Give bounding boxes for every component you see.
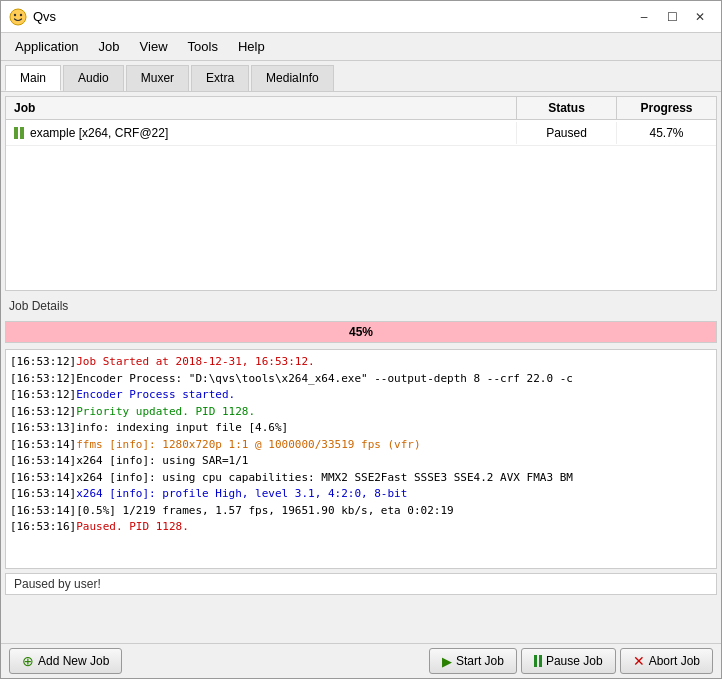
pause-icon [534,655,542,667]
tab-mediainfo[interactable]: MediaInfo [251,65,334,91]
svg-point-1 [14,13,16,15]
job-name: example [x264, CRF@22] [30,126,168,140]
close-button[interactable]: ✕ [687,7,713,27]
titlebar: Qvs – ☐ ✕ [1,1,721,33]
log-line: [16:53:12]Job Started at 2018-12-31, 16:… [10,354,712,371]
job-list-area: example [x264, CRF@22] Paused 45.7% [6,120,716,290]
abort-job-button[interactable]: ✕ Abort Job [620,648,713,674]
tab-bar: Main Audio Muxer Extra MediaInfo [1,61,721,92]
bottom-bar: ⊕ Add New Job ▶ Start Job Pause Job ✕ [1,643,721,678]
menu-item-application[interactable]: Application [5,35,89,58]
maximize-button[interactable]: ☐ [659,7,685,27]
menu-item-help[interactable]: Help [228,35,275,58]
progress-bar-container: 45% [5,321,717,343]
svg-point-0 [10,9,26,25]
pause-status-icon [14,127,24,139]
job-table-section: Job Status Progress example [x264, CRF@2… [1,92,721,295]
abort-job-label: Abort Job [649,654,700,668]
add-icon: ⊕ [22,653,34,669]
status-text: Paused by user! [14,577,101,591]
pause-job-button[interactable]: Pause Job [521,648,616,674]
right-buttons: ▶ Start Job Pause Job ✕ Abort Job [429,648,713,674]
progress-bar-fill [6,322,326,342]
job-name-cell: example [x264, CRF@22] [6,122,516,144]
log-line: [16:53:16]Paused. PID 1128. [10,519,712,536]
add-job-label: Add New Job [38,654,109,668]
header-job: Job [6,97,516,119]
start-job-label: Start Job [456,654,504,668]
menu-item-job[interactable]: Job [89,35,130,58]
tab-extra[interactable]: Extra [191,65,249,91]
log-line: [16:53:14]x264 [info]: profile High, lev… [10,486,712,503]
svg-point-2 [20,13,22,15]
log-line: [16:53:12]Priority updated. PID 1128. [10,404,712,421]
job-status-cell: Paused [516,122,616,144]
tab-main[interactable]: Main [5,65,61,91]
start-job-button[interactable]: ▶ Start Job [429,648,517,674]
play-icon: ▶ [442,654,452,669]
job-progress-cell: 45.7% [616,122,716,144]
minimize-button[interactable]: – [631,7,657,27]
log-line: [16:53:13]info: indexing input file [4.6… [10,420,712,437]
titlebar-left: Qvs [9,8,56,26]
tab-muxer[interactable]: Muxer [126,65,189,91]
job-table-header: Job Status Progress [6,97,716,120]
main-window: Qvs – ☐ ✕ Application Job View Tools Hel… [0,0,722,679]
log-area[interactable]: [16:53:12]Job Started at 2018-12-31, 16:… [5,349,717,569]
menu-item-tools[interactable]: Tools [178,35,228,58]
log-line: [16:53:14]x264 [info]: using cpu capabil… [10,470,712,487]
abort-icon: ✕ [633,653,645,669]
log-line: [16:53:14]x264 [info]: using SAR=1/1 [10,453,712,470]
table-row[interactable]: example [x264, CRF@22] Paused 45.7% [6,120,716,146]
log-line: [16:53:14][0.5%] 1/219 frames, 1.57 fps,… [10,503,712,520]
app-icon [9,8,27,26]
add-new-job-button[interactable]: ⊕ Add New Job [9,648,122,674]
progress-bar-text: 45% [349,325,373,339]
log-line: [16:53:12]Encoder Process started. [10,387,712,404]
header-status: Status [516,97,616,119]
job-table: Job Status Progress example [x264, CRF@2… [5,96,717,291]
job-details-label: Job Details [1,295,721,317]
window-title: Qvs [33,9,56,24]
tab-audio[interactable]: Audio [63,65,124,91]
status-bar: Paused by user! [5,573,717,595]
header-progress: Progress [616,97,716,119]
pause-job-label: Pause Job [546,654,603,668]
log-line: [16:53:14]ffms [info]: 1280x720p 1:1 @ 1… [10,437,712,454]
menubar: Application Job View Tools Help [1,33,721,61]
titlebar-controls: – ☐ ✕ [631,7,713,27]
log-line: [16:53:12]Encoder Process: "D:\qvs\tools… [10,371,712,388]
main-content: Job Status Progress example [x264, CRF@2… [1,92,721,678]
menu-item-view[interactable]: View [130,35,178,58]
